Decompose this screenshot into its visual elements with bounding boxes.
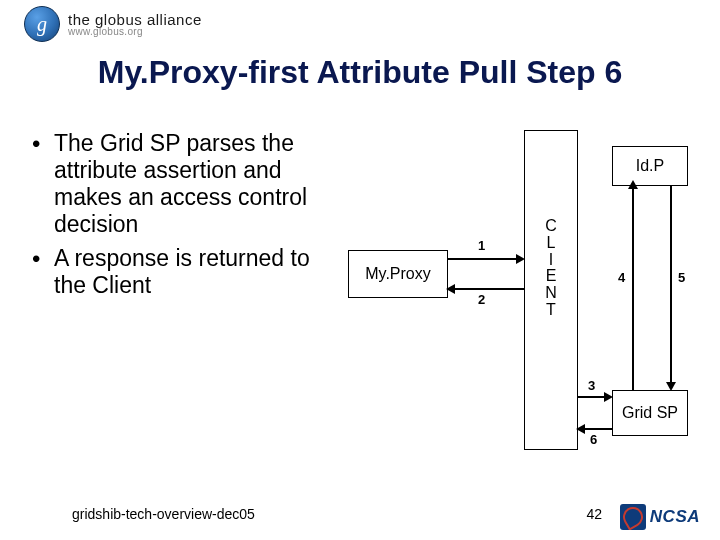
arrow-5-label: 5 xyxy=(678,270,685,285)
arrow-1-line xyxy=(448,258,520,260)
arrow-1-head-icon xyxy=(516,254,525,264)
box-myproxy: My.Proxy xyxy=(348,250,448,298)
arrow-2-head-icon xyxy=(446,284,455,294)
arrow-3-head-icon xyxy=(604,392,613,402)
client-label: C L I E N T xyxy=(530,218,572,319)
arrow-1-label: 1 xyxy=(478,238,485,253)
slide-title: My.Proxy-first Attribute Pull Step 6 xyxy=(0,54,720,91)
ncsa-brand: NCSA xyxy=(620,504,700,530)
footer-left: gridshib-tech-overview-dec05 xyxy=(72,506,255,522)
globus-logo-icon xyxy=(24,6,60,42)
diagram: My.Proxy C L I E N T Id.P Grid SP 1 2 xyxy=(346,130,694,460)
arrow-2-label: 2 xyxy=(478,292,485,307)
slide: the globus alliance www.globus.org My.Pr… xyxy=(0,0,720,540)
arrow-2-line xyxy=(454,288,524,290)
header: the globus alliance www.globus.org xyxy=(24,6,202,42)
alliance-line1: the globus alliance xyxy=(68,12,202,27)
box-idp: Id.P xyxy=(612,146,688,186)
bullet-item: The Grid SP parses the attribute asserti… xyxy=(26,130,336,239)
alliance-line2: www.globus.org xyxy=(68,27,202,37)
ncsa-text: NCSA xyxy=(650,507,700,527)
arrow-6-line xyxy=(584,428,612,430)
arrow-3-label: 3 xyxy=(588,378,595,393)
arrow-6-head-icon xyxy=(576,424,585,434)
arrow-4-head-icon xyxy=(628,180,638,189)
arrow-5-head-icon xyxy=(666,382,676,391)
arrow-5-line xyxy=(670,186,672,386)
arrow-4-label: 4 xyxy=(618,270,625,285)
arrow-6-label: 6 xyxy=(590,432,597,447)
bullet-list: The Grid SP parses the attribute asserti… xyxy=(26,130,336,460)
box-gridsp: Grid SP xyxy=(612,390,688,436)
bullet-item: A response is returned to the Client xyxy=(26,245,336,299)
slide-body: The Grid SP parses the attribute asserti… xyxy=(26,130,694,460)
alliance-text: the globus alliance www.globus.org xyxy=(68,12,202,37)
ncsa-logo-icon xyxy=(620,504,646,530)
arrow-4-line xyxy=(632,186,634,390)
page-number: 42 xyxy=(586,506,602,522)
